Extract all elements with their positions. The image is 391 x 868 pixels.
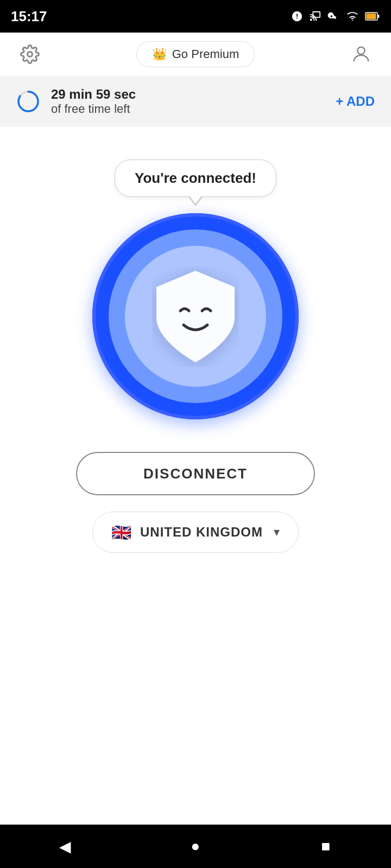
status-bar: 15:17 [0,0,391,33]
add-time-button[interactable]: + ADD [336,94,375,109]
disconnect-button[interactable]: DISCONNECT [76,452,315,495]
free-time-info: 29 min 59 sec of free time left [16,87,136,116]
connected-message: You're connected! [115,159,276,197]
alert-icon [291,10,303,22]
wifi-icon [345,10,360,22]
country-flag: 🇬🇧 [111,523,131,542]
top-nav: 👑 Go Premium [0,33,391,76]
status-icons [291,10,380,22]
svg-rect-3 [367,14,376,20]
free-time-banner: 29 min 59 sec of free time left + ADD [0,76,391,127]
shield-icon [152,266,239,367]
crown-icon: 👑 [152,47,167,61]
svg-rect-0 [310,19,312,21]
svg-rect-4 [378,15,380,18]
cast-icon [308,10,321,22]
country-name: UNITED KINGDOM [140,525,263,540]
premium-button-label: Go Premium [172,47,239,61]
settings-icon [20,44,40,64]
free-time-text: 29 min 59 sec of free time left [51,87,136,116]
svg-point-6 [357,47,364,54]
free-time-main: 29 min 59 sec [51,87,136,102]
key-icon [327,10,340,22]
country-selector[interactable]: 🇬🇧 UNITED KINGDOM ▾ [92,512,299,553]
timer-icon [16,90,40,113]
recents-button[interactable]: ■ [310,830,342,863]
shield-face [152,266,239,367]
battery-icon [365,10,380,22]
main-content: You're connected! DISCONNECT 🇬🇧 UNITED K… [0,127,391,825]
profile-icon [350,43,372,65]
vpn-shield[interactable] [92,213,299,419]
home-button[interactable]: ● [179,830,212,863]
free-time-sub: of free time left [51,102,136,116]
premium-button[interactable]: 👑 Go Premium [136,41,255,67]
svg-point-5 [28,52,33,57]
back-button[interactable]: ◀ [49,830,81,863]
bottom-nav: ◀ ● ■ [0,825,391,868]
profile-button[interactable] [348,41,375,68]
settings-button[interactable] [16,41,43,68]
status-time: 15:17 [11,8,47,25]
chevron-down-icon: ▾ [274,525,280,539]
